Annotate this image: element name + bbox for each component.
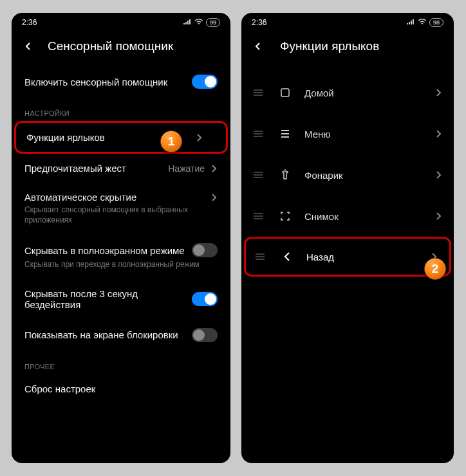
chevron-right-icon [434, 89, 442, 96]
toggle-hide-3s[interactable] [192, 292, 218, 306]
setting-shortcut-functions[interactable]: Функции ярлыков [16, 123, 216, 152]
label: Включить сенсорный помощник [24, 77, 192, 87]
status-time: 2:36 [252, 18, 266, 27]
sublabel: Скрывает сенсорный помощник в выбранных … [24, 205, 218, 225]
statusbar: 2:36 99 [12, 13, 230, 30]
statusbar: 2:36 98 [241, 13, 454, 30]
chevron-right-icon [210, 194, 218, 201]
svg-rect-0 [281, 89, 289, 96]
drag-handle-icon[interactable] [253, 131, 263, 137]
screenshot-icon [279, 210, 292, 223]
label: Меню [304, 129, 434, 140]
chevron-right-icon [434, 171, 442, 179]
toggle-lockscreen[interactable] [192, 328, 218, 342]
setting-reset[interactable]: Сброс настроек [12, 374, 230, 397]
toggle-enable[interactable] [192, 75, 218, 89]
label: Сброс настроек [24, 383, 218, 394]
shortcut-row-back[interactable]: Назад [246, 239, 439, 275]
phone-right: 2:36 98 Функции ярлыков Домой [241, 13, 454, 463]
step-badge-1: 1 [160, 131, 182, 152]
titlebar: Сенсорный помощник [12, 30, 230, 66]
drag-handle-icon[interactable] [253, 89, 263, 96]
drag-handle-icon[interactable] [253, 213, 263, 219]
label: Предпочитаемый жест [24, 163, 168, 174]
back-button[interactable] [250, 39, 266, 54]
label: Автоматическое скрытие [24, 192, 210, 203]
titlebar: Функции ярлыков [241, 30, 454, 66]
value: Нажатие [168, 163, 205, 174]
label: Фонарик [304, 170, 434, 181]
page-title: Сенсорный помощник [48, 39, 173, 53]
shortcut-row-screenshot[interactable]: Снимок [241, 196, 454, 237]
setting-enable-touch-assistant[interactable]: Включить сенсорный помощник [12, 66, 230, 98]
status-icons: 99 [183, 18, 220, 27]
step-badge-2: 2 [424, 258, 446, 280]
setting-auto-hide[interactable]: Автоматическое скрытие Скрывает сенсорны… [12, 183, 230, 234]
label: Снимок [304, 211, 434, 222]
section-other: ПРОЧЕЕ [12, 351, 230, 374]
highlight-back-row: Назад [244, 237, 451, 277]
flashlight-icon [279, 169, 292, 181]
highlight-shortcut-functions: Функции ярлыков [14, 121, 228, 154]
label: Скрывать после 3 секунд бездействия [24, 288, 192, 310]
label: Домой [304, 87, 434, 98]
phone-left: 2:36 99 Сенсорный помощник Включить сенс… [12, 13, 230, 463]
shortcut-row-flashlight[interactable]: Фонарик [241, 154, 454, 196]
wifi-icon [418, 19, 427, 26]
setting-preferred-gesture[interactable]: Предпочитаемый жест Нажатие [12, 154, 230, 183]
status-icons: 98 [406, 18, 443, 27]
section-settings: НАСТРОЙКИ [12, 98, 230, 121]
shortcut-row-menu[interactable]: Меню [241, 113, 454, 154]
signal-icon [406, 19, 415, 26]
drag-handle-icon[interactable] [253, 172, 263, 178]
signal-icon [183, 19, 192, 26]
home-icon [279, 86, 292, 99]
shortcut-row-home[interactable]: Домой [241, 72, 454, 113]
drag-handle-icon[interactable] [255, 253, 265, 260]
label: Назад [306, 252, 430, 262]
chevron-right-icon [195, 134, 203, 142]
label: Показывать на экране блокировки [24, 329, 192, 340]
back-button[interactable] [21, 39, 36, 54]
setting-hide-fullscreen[interactable]: Скрывать в полноэкранном режиме Скрывать… [12, 234, 230, 279]
menu-icon [279, 127, 292, 140]
battery-icon: 99 [206, 18, 220, 27]
status-time: 2:36 [22, 18, 37, 27]
page-title: Функции ярлыков [280, 39, 379, 53]
chevron-right-icon [434, 212, 442, 220]
chevron-right-icon [434, 130, 442, 138]
toggle-fullscreen[interactable] [192, 243, 218, 257]
sublabel: Скрывать при переходе в полноэкранный ре… [24, 260, 199, 270]
battery-icon: 98 [429, 18, 443, 27]
label: Скрывать в полноэкранном режиме [24, 245, 192, 256]
setting-show-on-lockscreen[interactable]: Показывать на экране блокировки [12, 319, 230, 351]
setting-hide-after-3s[interactable]: Скрывать после 3 секунд бездействия [12, 279, 230, 319]
wifi-icon [194, 19, 203, 26]
back-icon [281, 250, 294, 263]
chevron-right-icon [210, 165, 218, 172]
